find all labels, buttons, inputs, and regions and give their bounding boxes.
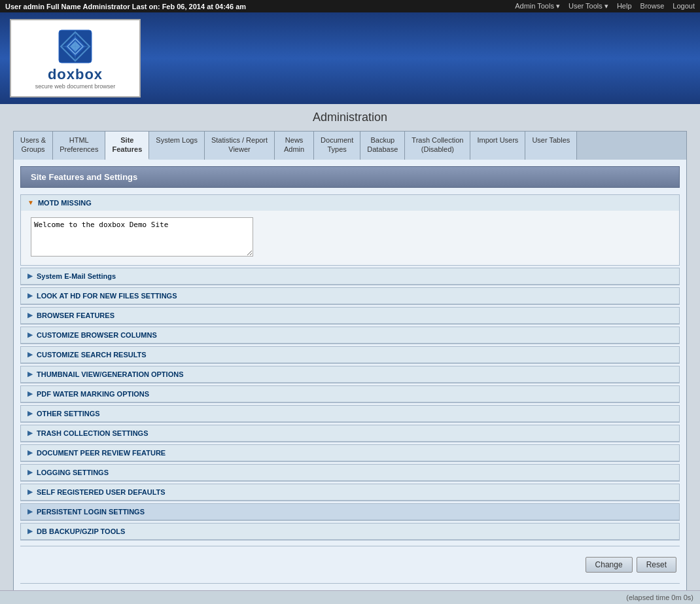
panel-arrow-icon: ▶ [27,429,33,436]
panel-db-backup-header[interactable]: ▶ DB BACKUP/GZIP TOOLS [21,524,679,540]
tab-content: Site Features and Settings ▼ MOTD MISSIN… [13,160,687,596]
panel-look-hd-label: LOOK AT HD FOR NEW FILES SETTINGS [37,292,177,300]
tabs-nav: Users &Groups HTMLPreferences SiteFeatur… [13,131,687,160]
panel-trash-collection-label: TRASH COLLECTION SETTINGS [37,429,149,437]
panel-look-hd-header[interactable]: ▶ LOOK AT HD FOR NEW FILES SETTINGS [21,288,679,304]
reset-button[interactable]: Reset [637,557,676,573]
panel-system-email-header[interactable]: ▶ System E-Mail Settings [21,268,679,285]
panel-doc-peer-label: DOCUMENT PEER REVIEW FEATURE [37,449,166,457]
admin-label: Administrator [83,3,132,10]
footer-text: (elapsed time 0m 0s) [626,594,693,601]
divider-bottom [20,583,680,584]
motd-header[interactable]: ▼ MOTD MISSING [21,195,679,211]
panel-customize-browser-label: CUSTOMIZE BROWSER COLUMNS [37,331,157,339]
section-header: Site Features and Settings [20,166,680,188]
top-nav: Admin Tools ▾ User Tools ▾ Help Browse L… [508,2,695,10]
admin-tools-link[interactable]: Admin Tools ▾ [515,2,560,10]
panel-system-email: ▶ System E-Mail Settings [20,268,680,285]
change-button[interactable]: Change [586,557,633,573]
logo-box: doxbox secure web document browser [10,19,141,98]
panel-thumbnail-label: THUMBNAIL VIEW/GENERATION OPTIONS [37,370,184,378]
panel-self-registered: ▶ SELF REGISTERED USER DEFAULTS [20,484,680,501]
panel-persistent-login: ▶ PERSISTENT LOGIN SETTINGS [20,503,680,521]
panel-doc-peer: ▶ DOCUMENT PEER REVIEW FEATURE [20,444,680,462]
logo-text: doxbox [48,66,103,83]
tab-document-types[interactable]: DocumentTypes [314,132,360,160]
panel-self-registered-label: SELF REGISTERED USER DEFAULTS [37,488,166,496]
panel-other-settings-header[interactable]: ▶ OTHER SETTINGS [21,406,679,422]
panel-db-backup-label: DB BACKUP/GZIP TOOLS [37,527,125,535]
main-content: Administration Users &Groups HTMLPrefere… [0,104,700,603]
panel-arrow-icon: ▶ [27,390,33,397]
panel-customize-search-label: CUSTOMIZE SEARCH RESULTS [37,351,147,359]
last-on-label: Last on: [132,3,160,10]
panel-arrow-icon: ▶ [27,311,33,319]
bottom-buttons: Change Reset [20,552,680,578]
panel-customize-search-header[interactable]: ▶ CUSTOMIZE SEARCH RESULTS [21,347,679,363]
panel-arrow-icon: ▶ [27,331,33,338]
panel-pdf-water-header[interactable]: ▶ PDF WATER MARKING OPTIONS [21,386,679,402]
tab-trash-collection[interactable]: Trash Collection(Disabled) [405,132,470,160]
panel-browser-features: ▶ BROWSER FEATURES [20,307,680,325]
panel-trash-collection-header[interactable]: ▶ TRASH COLLECTION SETTINGS [21,425,679,442]
panel-arrow-icon: ▶ [27,488,33,495]
panel-logging-header[interactable]: ▶ LOGGING SETTINGS [21,465,679,481]
datetime: Feb 06, 2014 at 04:46 am [162,3,246,10]
tab-import-users[interactable]: Import Users [470,132,525,160]
panel-persistent-login-label: PERSISTENT LOGIN SETTINGS [37,508,145,516]
header: doxbox secure web document browser [0,12,700,104]
panel-other-settings-label: OTHER SETTINGS [37,410,100,417]
user-tools-link[interactable]: User Tools ▾ [569,2,608,10]
panel-browser-features-label: BROWSER FEATURES [37,311,114,319]
motd-content: Welcome to the doxbox Demo Site [21,211,679,265]
panel-arrow-icon: ▶ [27,449,33,456]
top-bar: User admin Full Name Administrator Last … [0,0,700,12]
panel-arrow-icon: ▶ [27,508,33,515]
logout-link[interactable]: Logout [673,2,695,10]
user-info: User admin Full Name Administrator Last … [5,3,246,10]
panel-logging-label: LOGGING SETTINGS [37,469,109,476]
tab-users-groups[interactable]: Users &Groups [14,132,53,160]
panel-logging: ▶ LOGGING SETTINGS [20,464,680,482]
motd-textarea[interactable]: Welcome to the doxbox Demo Site [31,217,253,257]
browse-link[interactable]: Browse [640,2,665,10]
panel-thumbnail: ▶ THUMBNAIL VIEW/GENERATION OPTIONS [20,366,680,383]
doxbox-logo-icon [56,27,95,66]
panel-pdf-water: ▶ PDF WATER MARKING OPTIONS [20,385,680,403]
motd-arrow-icon: ▼ [27,199,34,206]
panel-self-registered-header[interactable]: ▶ SELF REGISTERED USER DEFAULTS [21,484,679,501]
panel-customize-browser: ▶ CUSTOMIZE BROWSER COLUMNS [20,327,680,344]
tab-user-tables[interactable]: User Tables [525,132,577,160]
panel-doc-peer-header[interactable]: ▶ DOCUMENT PEER REVIEW FEATURE [21,445,679,461]
panel-arrow-icon: ▶ [27,527,33,535]
panel-arrow-icon: ▶ [27,351,33,358]
tab-system-logs[interactable]: System Logs [149,132,205,160]
panel-thumbnail-header[interactable]: ▶ THUMBNAIL VIEW/GENERATION OPTIONS [21,366,679,383]
panel-arrow-icon: ▶ [27,469,33,476]
panel-system-email-label: System E-Mail Settings [37,272,116,280]
panel-arrow-icon: ▶ [27,410,33,417]
motd-panel: ▼ MOTD MISSING Welcome to the doxbox Dem… [20,194,680,266]
panel-other-settings: ▶ OTHER SETTINGS [20,405,680,423]
tab-backup-db[interactable]: BackupDatabase [360,132,405,160]
help-link[interactable]: Help [617,2,632,10]
panel-arrow-icon: ▶ [27,272,33,279]
motd-label: MOTD MISSING [38,199,92,207]
panel-arrow-icon: ▶ [27,370,33,378]
panel-persistent-login-header[interactable]: ▶ PERSISTENT LOGIN SETTINGS [21,504,679,520]
divider [20,546,680,546]
panel-pdf-water-label: PDF WATER MARKING OPTIONS [37,390,149,398]
page-title: Administration [13,111,687,124]
panel-look-hd: ▶ LOOK AT HD FOR NEW FILES SETTINGS [20,287,680,305]
panel-customize-browser-header[interactable]: ▶ CUSTOMIZE BROWSER COLUMNS [21,327,679,344]
panel-trash-collection: ▶ TRASH COLLECTION SETTINGS [20,425,680,442]
tab-site-features[interactable]: SiteFeatures [105,132,149,160]
panel-browser-features-header[interactable]: ▶ BROWSER FEATURES [21,308,679,324]
panel-customize-search: ▶ CUSTOMIZE SEARCH RESULTS [20,346,680,364]
logo-subtext: secure web document browser [35,83,116,90]
tab-stats-report[interactable]: Statistics / ReportViewer [205,132,275,160]
panel-arrow-icon: ▶ [27,292,33,299]
tab-html-prefs[interactable]: HTMLPreferences [53,132,105,160]
tab-news-admin[interactable]: NewsAdmin [275,132,314,160]
user-label: User admin [5,3,46,10]
